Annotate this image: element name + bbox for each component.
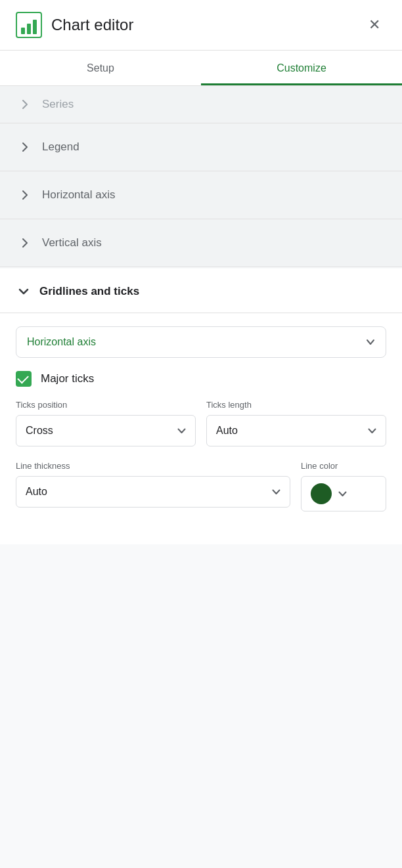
gridlines-section: Gridlines and ticks Horizontal axis Majo… <box>0 269 402 544</box>
bar-2 <box>27 24 31 34</box>
ticks-position-arrow-icon <box>177 426 186 436</box>
major-ticks-row: Major ticks <box>16 371 386 387</box>
section-vaxis-label: Vertical axis <box>42 236 102 250</box>
line-color-label: Line color <box>301 461 386 471</box>
tab-setup[interactable]: Setup <box>0 51 201 85</box>
chevron-down-icon <box>18 284 29 298</box>
chevron-right-icon-haxis <box>18 190 32 200</box>
ticks-row-2: Line thickness Auto Line color <box>16 461 386 511</box>
bar-1 <box>21 28 25 34</box>
tabs-bar: Setup Customize <box>0 51 402 86</box>
ticks-length-label: Ticks length <box>206 400 386 410</box>
major-ticks-checkbox[interactable] <box>16 371 32 387</box>
page-title: Chart editor <box>51 16 133 34</box>
ticks-position-field: Ticks position Cross <box>16 400 196 446</box>
ticks-position-select[interactable]: Cross <box>16 415 196 446</box>
section-haxis-label: Horizontal axis <box>42 188 116 202</box>
axis-select[interactable]: Horizontal axis <box>16 326 386 358</box>
line-color-circle <box>311 483 332 504</box>
close-button[interactable]: ✕ <box>363 13 386 37</box>
line-color-field: Line color <box>301 461 386 511</box>
ticks-row-1: Ticks position Cross Ticks length Auto <box>16 400 386 446</box>
gridlines-content: Horizontal axis Major ticks Ticks positi… <box>0 313 402 544</box>
line-thickness-select[interactable]: Auto <box>16 476 290 508</box>
sections-area: Series Legend Horizontal axis Vertical a… <box>0 86 402 267</box>
gridlines-label: Gridlines and ticks <box>39 285 139 298</box>
header: Chart editor ✕ <box>0 0 402 51</box>
ticks-position-value: Cross <box>26 425 53 437</box>
line-thickness-arrow-icon <box>272 487 280 497</box>
chevron-right-icon-legend <box>18 142 32 152</box>
section-legend[interactable]: Legend <box>0 123 402 171</box>
tab-customize[interactable]: Customize <box>201 51 402 85</box>
section-vertical-axis[interactable]: Vertical axis <box>0 219 402 267</box>
gridlines-header[interactable]: Gridlines and ticks <box>0 269 402 313</box>
line-thickness-label: Line thickness <box>16 461 290 471</box>
section-series[interactable]: Series <box>0 86 402 123</box>
chart-icon <box>16 12 42 38</box>
axis-select-value: Horizontal axis <box>27 336 96 348</box>
ticks-length-field: Ticks length Auto <box>206 400 386 446</box>
ticks-position-label: Ticks position <box>16 400 196 410</box>
line-color-select[interactable] <box>301 476 386 511</box>
section-legend-label: Legend <box>42 141 79 154</box>
chevron-right-icon <box>18 99 32 110</box>
ticks-length-value: Auto <box>216 425 238 437</box>
bar-3 <box>33 20 37 34</box>
chevron-right-icon-vaxis <box>18 238 32 248</box>
line-thickness-value: Auto <box>26 486 47 498</box>
line-color-arrow-icon <box>338 489 347 499</box>
axis-select-arrow-icon <box>366 337 375 347</box>
line-thickness-field: Line thickness Auto <box>16 461 290 511</box>
ticks-length-select[interactable]: Auto <box>206 415 386 446</box>
section-horizontal-axis[interactable]: Horizontal axis <box>0 171 402 219</box>
major-ticks-label: Major ticks <box>41 372 94 385</box>
ticks-length-arrow-icon <box>368 426 376 436</box>
section-series-label: Series <box>42 98 74 111</box>
header-left: Chart editor <box>16 12 133 38</box>
